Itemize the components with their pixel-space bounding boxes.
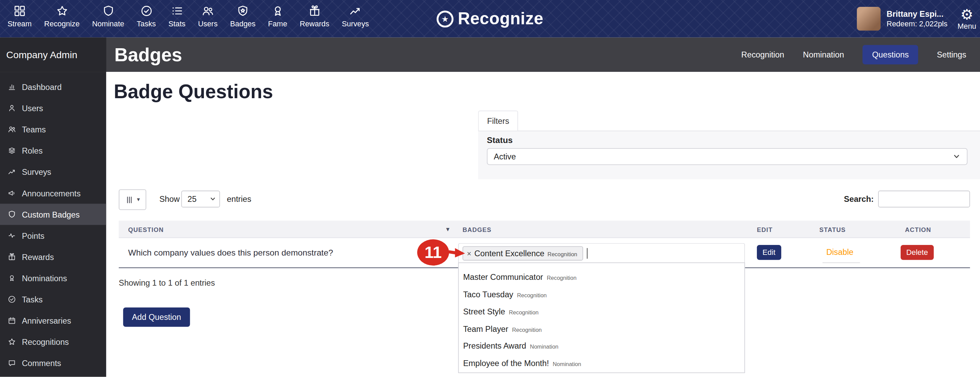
tasks-check-icon <box>140 5 153 17</box>
users-icon <box>201 5 214 17</box>
subheader-link[interactable]: Settings <box>937 50 966 59</box>
add-question-button[interactable]: Add Question <box>123 307 190 327</box>
top-nav-item[interactable]: Recognize <box>38 0 86 38</box>
nomination-rosette-icon <box>8 274 16 283</box>
column-header-edit[interactable]: EDIT <box>757 221 773 238</box>
sidebar-item[interactable]: Points <box>0 225 107 246</box>
badge-option[interactable]: Taco Tuesday Recognition <box>459 286 745 303</box>
recognize-logo-text: Recognize <box>458 9 543 29</box>
top-nav-item[interactable]: Fame <box>262 0 294 38</box>
user-meta: Brittany Espi... Redeem: 2,022pls <box>886 9 948 29</box>
show-label: Show <box>159 194 180 204</box>
sidebar-item[interactable]: Roles <box>0 140 107 161</box>
top-nav-item[interactable]: Rewards <box>294 0 336 38</box>
sidebar-item-label: Teams <box>22 124 46 134</box>
check-circle-icon <box>8 295 16 304</box>
top-nav-item[interactable]: Users <box>192 0 224 38</box>
sidebar-item[interactable]: Surveys <box>0 161 107 182</box>
app: Stream Recognize Nominate Tasks <box>0 0 980 377</box>
badge-tag-type: Recognition <box>547 251 577 257</box>
badge-tag: × Content Excellence Recognition <box>463 246 583 260</box>
column-header-status[interactable]: STATUS <box>819 221 846 238</box>
search-input[interactable] <box>878 191 970 207</box>
roles-layers-icon <box>8 146 16 155</box>
badge-option[interactable]: Master Communicator Recognition <box>459 269 745 286</box>
surveys-trend-icon <box>349 5 362 17</box>
sidebar-item-label: Nominations <box>22 274 67 283</box>
sidebar-item[interactable]: Rewards <box>0 246 107 267</box>
top-nav-items: Stream Recognize Nominate Tasks <box>2 0 375 38</box>
gift-icon <box>8 253 16 261</box>
remove-tag-icon[interactable]: × <box>467 249 471 258</box>
top-nav-item[interactable]: Stream <box>2 0 38 38</box>
badge-options-dropdown: Master Communicator Recognition Taco Tue… <box>458 262 745 373</box>
top-nav-item[interactable]: Badges <box>224 0 262 38</box>
sidebar-item[interactable]: Comments <box>0 352 107 374</box>
column-header-question[interactable]: QUESTION <box>128 221 164 238</box>
menu-label: Menu <box>958 22 976 30</box>
badge-option[interactable]: Street Style Recognition <box>459 303 745 320</box>
filters-panel: Status Active <box>478 131 980 179</box>
badge-option[interactable]: Team Player Recognition <box>459 321 745 338</box>
top-nav-item[interactable]: Nominate <box>86 0 130 38</box>
top-nav-item[interactable]: Tasks <box>130 0 162 38</box>
avatar[interactable] <box>856 7 880 30</box>
badge-tag-label: Content Excellence <box>474 248 544 258</box>
table-summary: Showing 1 to 1 of 1 entries <box>119 278 215 287</box>
company-admin-text: Company Admin <box>6 49 77 60</box>
sidebar-item[interactable]: Users <box>0 97 107 119</box>
megaphone-icon <box>8 189 16 198</box>
subheader-link[interactable]: Questions <box>862 45 918 65</box>
sidebar-item-label: Announcements <box>22 189 81 198</box>
text-caret <box>587 248 587 258</box>
top-navbar: Stream Recognize Nominate Tasks <box>0 0 980 38</box>
sidebar-item-label: Tasks <box>22 294 43 304</box>
status-label: Status <box>487 135 512 145</box>
status-select[interactable]: Active <box>487 148 968 165</box>
page-title: Badge Questions <box>114 81 273 103</box>
sort-desc-icon[interactable]: ▼ <box>445 221 450 238</box>
entries-label: entries <box>227 194 251 204</box>
subheader-link[interactable]: Recognition <box>741 50 784 59</box>
page-size-select[interactable]: 25 <box>181 191 220 207</box>
top-nav-item[interactable]: Surveys <box>336 0 375 38</box>
sidebar-item[interactable]: Custom Badges <box>0 204 107 225</box>
badge-option[interactable]: Employee of the Month! Nomination <box>459 355 745 372</box>
column-header-action[interactable]: ACTION <box>905 221 931 238</box>
main-content: Badge Questions Filters Status Active ▼ … <box>107 72 980 377</box>
delete-button[interactable]: Delete <box>900 245 934 260</box>
badges-tag-input[interactable]: × Content Excellence Recognition <box>458 243 745 263</box>
sidebar-item[interactable]: Dashboard <box>0 76 107 97</box>
badge-option[interactable]: Presidents Award Nomination <box>459 338 745 355</box>
column-header-badges[interactable]: BADGES <box>463 221 492 238</box>
disable-link[interactable]: Disable <box>826 247 853 256</box>
teams-icon <box>8 125 16 134</box>
table-header: QUESTION ▼ BADGES EDIT STATUS ACTION <box>119 221 970 238</box>
menu-button[interactable]: ⚙ Menu <box>958 7 976 30</box>
user-icon <box>8 103 16 113</box>
edit-button[interactable]: Edit <box>757 245 781 260</box>
company-admin-label: Company Admin <box>0 38 107 72</box>
sidebar-item[interactable]: Teams <box>0 119 107 140</box>
top-nav-item[interactable]: Stats <box>162 0 192 38</box>
sidebar-item[interactable]: Announcements <box>0 182 107 204</box>
sidebar-item[interactable]: Recognitions <box>0 331 107 352</box>
subheader-link[interactable]: Nomination <box>803 50 844 59</box>
sidebar-item[interactable]: Tasks <box>0 289 107 310</box>
page-size-value: 25 <box>188 194 196 204</box>
gear-icon: ⚙ <box>961 7 974 21</box>
sidebar-item[interactable]: Anniversaries <box>0 310 107 331</box>
redeem-points[interactable]: Redeem: 2,022pls <box>886 19 948 29</box>
sidebar-item[interactable]: Nominations <box>0 267 107 289</box>
section-title: Badges <box>114 38 182 72</box>
sidebar-item-label: Comments <box>22 358 61 368</box>
caret-down-icon: ▼ <box>136 197 141 202</box>
filters-tab[interactable]: Filters <box>478 110 518 130</box>
column-visibility-button[interactable]: ▼ <box>119 189 146 210</box>
recognize-logo[interactable]: ★ Recognize <box>437 0 543 38</box>
question-cell: Which company values does this person de… <box>128 238 333 267</box>
shield-icon <box>8 210 16 219</box>
sidebar-item-label: Rewards <box>22 252 54 261</box>
points-activity-icon <box>8 231 16 240</box>
sidebar-item-label: Points <box>22 231 45 240</box>
